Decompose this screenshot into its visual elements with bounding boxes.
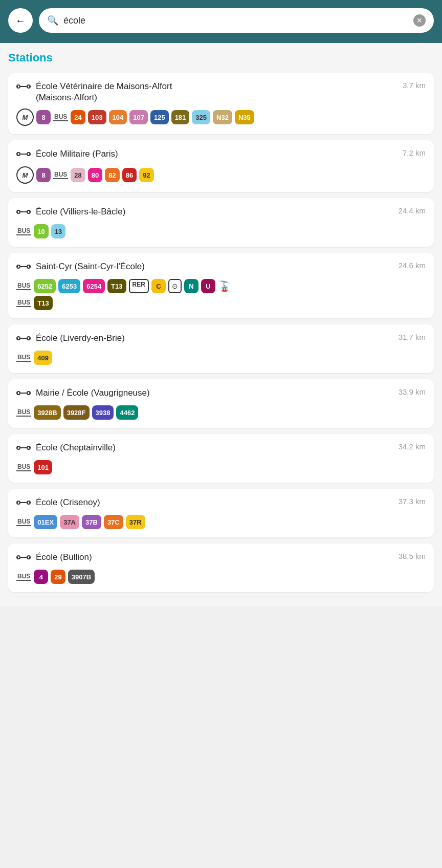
bus-label: BUS <box>53 113 68 121</box>
station-card[interactable]: École (Villiers-le-Bâcle) 24,4 km BUS101… <box>8 198 434 247</box>
station-icon <box>16 262 31 274</box>
station-distance: 7,2 km <box>403 148 426 157</box>
line-badge: T13 <box>34 296 52 310</box>
line-badge: T13 <box>107 279 126 293</box>
line-badge: 8 <box>36 168 51 182</box>
line-badge: 37R <box>126 515 145 529</box>
station-card[interactable]: École (Liverdy-en-Brie) 31,7 km BUS409 <box>8 324 434 373</box>
station-icon <box>16 443 31 455</box>
station-icon <box>16 388 31 400</box>
line-badge: 37B <box>82 515 101 529</box>
line-badge: 103 <box>88 110 106 124</box>
line-badge: 6253 <box>58 279 80 293</box>
station-icon <box>16 82 31 94</box>
search-input[interactable] <box>63 15 408 26</box>
metro-badge: M <box>16 166 34 184</box>
station-card[interactable]: Mairie / École (Vaugrigneuse) 33,9 km BU… <box>8 379 434 428</box>
line-badge: 181 <box>171 110 190 124</box>
search-icon: 🔍 <box>47 15 58 26</box>
bus-label: BUS <box>16 299 31 307</box>
bus-label: BUS <box>16 463 31 471</box>
station-distance: 38,5 km <box>399 552 426 560</box>
line-badge: 4462 <box>116 405 138 420</box>
station-distance: 24,6 km <box>399 261 426 270</box>
line-badge: 37A <box>60 515 79 529</box>
station-card[interactable]: Saint-Cyr (Saint-Cyr-l'École) 24,6 km BU… <box>8 253 434 318</box>
line-badge: 24 <box>71 110 85 124</box>
station-icon <box>16 207 31 219</box>
station-icon <box>16 149 31 161</box>
bus-label: BUS <box>16 227 31 235</box>
station-card[interactable]: École (Bullion) 38,5 km BUS4293907B <box>8 544 434 592</box>
line-badge: 86 <box>122 168 137 182</box>
bus-label: BUS <box>16 282 31 290</box>
station-distance: 24,4 km <box>399 206 426 215</box>
line-badge: 92 <box>139 168 153 182</box>
station-card[interactable]: École Militaire (Paris) 7,2 km M8BUS2880… <box>8 140 434 192</box>
station-name: École (Cheptainville) <box>36 442 116 453</box>
line-badge: 6252 <box>34 279 56 293</box>
station-distance: 3,7 km <box>403 81 426 90</box>
station-name: École Militaire (Paris) <box>36 148 118 160</box>
line-badge: 3907B <box>68 570 95 584</box>
bus-label: BUS <box>53 171 68 179</box>
bus-label: BUS <box>16 518 31 526</box>
station-card[interactable]: École Vétérinaire de Maisons-Alfort (Mai… <box>8 73 434 134</box>
subway-badge: ⊙ <box>168 279 182 293</box>
station-name: École (Bullion) <box>36 552 92 563</box>
line-badge: 82 <box>105 168 119 182</box>
station-card[interactable]: École (Crisenoy) 37,3 km BUS01EX37A37B37… <box>8 489 434 537</box>
station-distance: 37,3 km <box>399 497 426 506</box>
line-badge: 107 <box>129 110 148 124</box>
station-distance: 33,9 km <box>399 387 426 396</box>
bus-label: BUS <box>16 354 31 362</box>
bus-label: BUS <box>16 408 31 417</box>
section-title: Stations <box>8 51 434 64</box>
station-icon <box>16 498 31 510</box>
line-badge: 28 <box>71 168 85 182</box>
header: ← 🔍 ✕ <box>0 0 442 43</box>
bus-label: BUS <box>16 573 31 581</box>
station-name: Mairie / École (Vaugrigneuse) <box>36 387 150 399</box>
station-name: École (Crisenoy) <box>36 497 100 508</box>
line-badge: 4 <box>34 570 48 584</box>
line-badge: 101 <box>34 460 52 474</box>
station-distance: 34,2 km <box>399 442 426 451</box>
clear-icon: ✕ <box>416 16 423 25</box>
rer-badge: RER <box>129 279 149 293</box>
station-icon <box>16 553 31 565</box>
stations-list: École Vétérinaire de Maisons-Alfort (Mai… <box>8 73 434 592</box>
line-badge: 8 <box>36 110 51 124</box>
station-name: École (Liverdy-en-Brie) <box>36 333 125 344</box>
back-button[interactable]: ← <box>8 8 33 33</box>
line-badge: 125 <box>150 110 169 124</box>
content: Stations École Vétérinaire de Maisons-Al… <box>0 43 442 606</box>
station-name: École Vétérinaire de Maisons-Alfort (Mai… <box>36 81 172 103</box>
line-badge: N <box>184 279 198 293</box>
station-icon <box>16 334 31 345</box>
back-icon: ← <box>15 15 26 27</box>
line-badge: C <box>151 279 166 293</box>
station-card[interactable]: École (Cheptainville) 34,2 km BUS101 <box>8 434 434 483</box>
line-badge: U <box>201 279 215 293</box>
line-badge: 409 <box>34 351 52 365</box>
line-badge: 6254 <box>83 279 105 293</box>
line-badge: 3928B <box>34 405 60 420</box>
line-badge: 3928F <box>63 405 90 420</box>
line-badge: 325 <box>192 110 210 124</box>
station-name: École (Villiers-le-Bâcle) <box>36 206 125 218</box>
line-badge: N35 <box>235 110 254 124</box>
station-name: Saint-Cyr (Saint-Cyr-l'École) <box>36 261 145 272</box>
line-badge: 3938 <box>92 405 114 420</box>
line-badge: 80 <box>88 168 102 182</box>
cable-badge: 🚡 <box>218 279 231 293</box>
metro-badge: M <box>16 108 34 126</box>
line-badge: 37C <box>104 515 123 529</box>
station-distance: 31,7 km <box>399 333 426 341</box>
search-bar: 🔍 ✕ <box>39 8 434 33</box>
line-badge: 29 <box>51 570 65 584</box>
line-badge: 01EX <box>34 515 57 529</box>
line-badge: 10 <box>34 224 48 238</box>
line-badge: 13 <box>51 224 65 238</box>
clear-button[interactable]: ✕ <box>413 14 426 27</box>
